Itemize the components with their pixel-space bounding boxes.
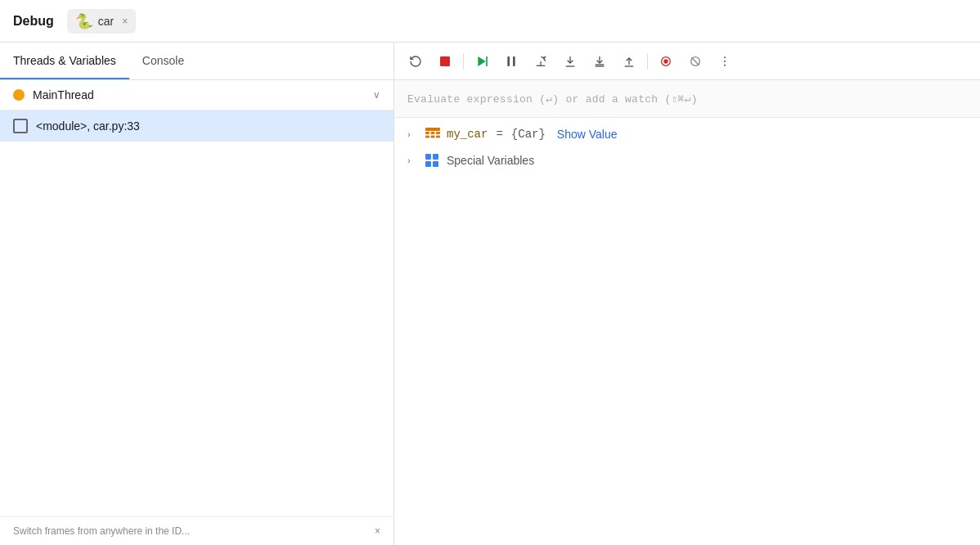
frame-item[interactable]: <module>, car.py:33: [0, 110, 393, 142]
variable-row-my-car[interactable]: › my_car = {Car} Show Valu: [394, 121, 980, 147]
svg-rect-30: [425, 161, 431, 167]
tab-close-button[interactable]: ×: [122, 16, 128, 27]
svg-rect-3: [507, 56, 510, 66]
restart-icon[interactable]: [404, 50, 427, 73]
svg-point-20: [724, 64, 726, 65]
toolbar-separator-2: [647, 53, 648, 70]
svg-rect-26: [431, 136, 435, 138]
variables-list: › my_car = {Car} Show Valu: [394, 118, 980, 545]
step-into-my-code-icon[interactable]: [588, 50, 611, 73]
debug-toolbar: [394, 43, 980, 80]
expression-placeholder: Evaluate expression (↵) or add a watch (…: [407, 92, 698, 106]
tab-threads-variables[interactable]: Threads & Variables: [0, 43, 129, 79]
python-icon: 🐍: [75, 12, 93, 30]
svg-rect-25: [425, 136, 429, 138]
status-text: Switch frames from anywhere in the ID...: [13, 525, 190, 537]
pause-icon[interactable]: [500, 50, 523, 73]
tab-threads-variables-label: Threads & Variables: [13, 54, 116, 67]
app-title: Debug: [13, 14, 54, 29]
var-name-my-car: my_car: [447, 128, 488, 141]
main-area: Threads & Variables Console MainThread ∨…: [0, 43, 980, 545]
variable-icon-special: [425, 154, 440, 167]
toolbar-separator-1: [463, 53, 464, 70]
svg-rect-21: [425, 128, 440, 131]
show-value-link[interactable]: Show Value: [557, 128, 618, 141]
svg-rect-29: [433, 154, 438, 160]
tab-name: car: [98, 15, 114, 28]
expand-arrow-special[interactable]: ›: [407, 155, 419, 165]
thread-name: MainThread: [33, 88, 365, 101]
svg-rect-23: [431, 132, 435, 134]
variable-icon-my-car: [425, 128, 440, 141]
thread-status-dot: [13, 89, 25, 101]
tab-console-label: Console: [142, 54, 184, 67]
step-into-icon[interactable]: [559, 50, 582, 73]
var-equals-my-car: =: [496, 128, 502, 141]
svg-rect-27: [436, 136, 440, 138]
svg-point-18: [724, 56, 726, 58]
left-panel: Threads & Variables Console MainThread ∨…: [0, 43, 394, 545]
thread-selector[interactable]: MainThread ∨: [0, 80, 393, 110]
status-close-button[interactable]: ×: [375, 525, 380, 537]
var-value-my-car: {Car}: [511, 128, 546, 141]
stop-icon[interactable]: [434, 50, 456, 73]
debug-tab[interactable]: 🐍 car ×: [67, 9, 136, 34]
variable-row-special[interactable]: › Special Variables: [394, 147, 980, 173]
svg-point-19: [724, 61, 726, 62]
frame-text: <module>, car.py:33: [36, 119, 140, 133]
right-panel: Evaluate expression (↵) or add a watch (…: [394, 43, 980, 545]
title-bar: Debug 🐍 car ×: [0, 0, 980, 43]
expression-bar[interactable]: Evaluate expression (↵) or add a watch (…: [394, 80, 980, 118]
resume-icon[interactable]: [470, 50, 493, 73]
expand-arrow-my-car[interactable]: ›: [407, 129, 419, 139]
tab-console[interactable]: Console: [129, 43, 197, 79]
frame-icon: [13, 119, 28, 133]
svg-rect-28: [425, 154, 431, 160]
thread-chevron-icon: ∨: [373, 89, 380, 101]
svg-marker-1: [478, 56, 485, 66]
mute-breakpoints-icon[interactable]: [684, 50, 707, 73]
svg-rect-24: [436, 132, 440, 134]
tab-bar: Threads & Variables Console: [0, 43, 393, 80]
var-name-special: Special Variables: [447, 154, 534, 167]
svg-rect-4: [513, 56, 515, 66]
svg-rect-31: [433, 161, 438, 167]
step-out-icon[interactable]: [618, 50, 641, 73]
svg-rect-22: [425, 132, 429, 134]
svg-point-15: [664, 60, 668, 63]
svg-line-17: [691, 57, 699, 65]
run-to-cursor-icon[interactable]: [654, 50, 677, 73]
more-options-icon[interactable]: [713, 50, 736, 73]
svg-rect-0: [440, 56, 450, 66]
bottom-status: Switch frames from anywhere in the ID...…: [0, 516, 393, 545]
step-over-icon[interactable]: [529, 50, 552, 73]
